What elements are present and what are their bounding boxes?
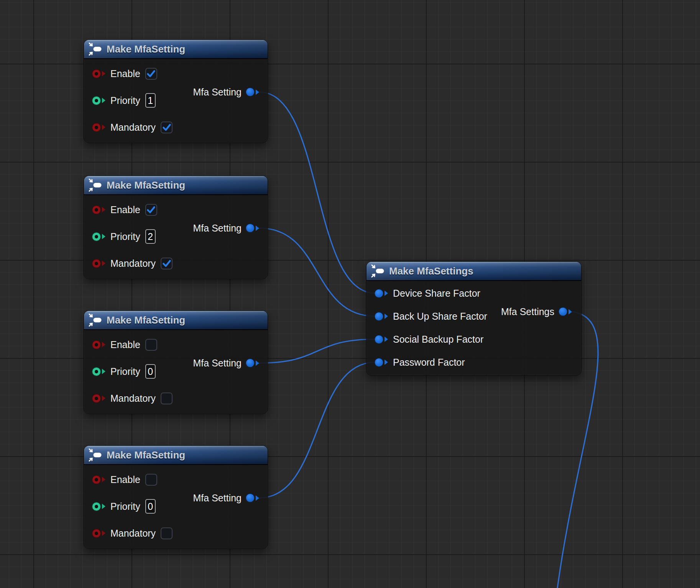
node-header[interactable]: Make MfaSetting xyxy=(84,176,268,195)
priority-pin[interactable] xyxy=(92,97,105,105)
enable-checkbox[interactable] xyxy=(145,339,157,351)
pin-row-mfa-setting-out: Mfa Setting xyxy=(193,87,259,97)
pin-row-mfa-setting-out: Mfa Setting xyxy=(193,493,259,503)
make-struct-icon xyxy=(88,313,103,327)
mfa-setting-out-pin[interactable] xyxy=(246,88,259,96)
node-title: Make MfaSetting xyxy=(107,315,185,325)
mandatory-pin[interactable] xyxy=(92,394,105,402)
priority-input[interactable]: 0 xyxy=(145,499,156,514)
pin-row-enable: Enable xyxy=(84,60,268,87)
enable-checkbox[interactable] xyxy=(145,204,157,216)
node-header[interactable]: Make MfaSetting xyxy=(84,311,268,330)
pin-row-enable: Enable xyxy=(84,466,268,493)
pin-row-social-backup-factor: Social Backup Factor xyxy=(366,328,581,351)
node-make-mfasetting-3[interactable]: Make MfaSetting Enable Priority 0 Mandat… xyxy=(84,310,268,414)
node-title: Make MfaSettings xyxy=(389,266,473,276)
blueprint-canvas[interactable]: Make MfaSetting Enable Priority 1 Mandat… xyxy=(0,0,700,588)
pin-row-password-factor: Password Factor xyxy=(366,351,581,374)
mfa-settings-out-label: Mfa Settings xyxy=(501,307,554,317)
priority-label: Priority xyxy=(110,232,140,241)
wire[interactable] xyxy=(259,228,375,316)
node-title: Make MfaSetting xyxy=(107,180,185,190)
mandatory-label: Mandatory xyxy=(110,529,156,538)
pin-row-mandatory: Mandatory xyxy=(84,520,268,547)
priority-input[interactable]: 1 xyxy=(145,93,156,108)
wire[interactable] xyxy=(259,339,375,363)
wire[interactable] xyxy=(259,362,375,498)
enable-label: Enable xyxy=(110,69,140,79)
mandatory-checkbox[interactable] xyxy=(161,393,173,404)
mfa-setting-out-label: Mfa Setting xyxy=(193,493,242,503)
mandatory-pin[interactable] xyxy=(92,123,105,131)
make-struct-icon xyxy=(371,264,385,278)
mandatory-label: Mandatory xyxy=(110,123,156,132)
priority-label: Priority xyxy=(110,367,140,376)
make-struct-icon xyxy=(88,448,103,462)
mfa-setting-out-label: Mfa Setting xyxy=(193,358,242,368)
mandatory-pin[interactable] xyxy=(92,260,105,268)
make-struct-icon xyxy=(88,178,103,192)
mandatory-pin[interactable] xyxy=(92,529,105,537)
pin-row-mandatory: Mandatory xyxy=(84,250,268,277)
pin-row-mfa-setting-out: Mfa Setting xyxy=(193,223,259,233)
pin-row-mandatory: Mandatory xyxy=(84,385,268,412)
mfa-setting-out-pin[interactable] xyxy=(246,359,259,367)
node-make-mfasetting-4[interactable]: Make MfaSetting Enable Priority 0 Mandat… xyxy=(84,445,268,549)
device-share-factor-pin[interactable] xyxy=(375,289,388,297)
priority-label: Priority xyxy=(110,502,140,511)
priority-label: Priority xyxy=(110,96,140,105)
mandatory-checkbox[interactable] xyxy=(161,527,173,539)
mfa-setting-out-pin[interactable] xyxy=(246,494,259,502)
node-header[interactable]: Make MfaSetting xyxy=(84,40,268,59)
priority-input[interactable]: 2 xyxy=(145,229,156,244)
pin-row-device-share-factor: Device Share Factor xyxy=(366,282,581,305)
social-backup-factor-pin[interactable] xyxy=(375,335,388,343)
priority-pin[interactable] xyxy=(92,503,105,511)
make-struct-icon xyxy=(88,42,103,56)
node-header[interactable]: Make MfaSetting xyxy=(84,446,268,465)
mandatory-checkbox[interactable] xyxy=(161,258,173,269)
password-factor-label: Password Factor xyxy=(393,358,465,367)
enable-label: Enable xyxy=(110,340,140,350)
mandatory-checkbox[interactable] xyxy=(161,122,173,133)
password-factor-pin[interactable] xyxy=(375,358,388,366)
mfa-setting-out-label: Mfa Setting xyxy=(193,223,242,233)
pin-row-enable: Enable xyxy=(84,331,268,358)
node-make-mfasetting-2[interactable]: Make MfaSetting Enable Priority 2 Mandat… xyxy=(84,176,268,279)
enable-checkbox[interactable] xyxy=(145,474,157,486)
pin-row-mfa-settings-out: Mfa Settings xyxy=(501,307,572,317)
priority-input[interactable]: 0 xyxy=(145,364,156,379)
enable-pin[interactable] xyxy=(92,341,105,349)
mandatory-label: Mandatory xyxy=(110,259,156,268)
node-make-mfasettings[interactable]: Make MfaSettings Device Share Factor Bac… xyxy=(366,261,582,376)
node-header[interactable]: Make MfaSettings xyxy=(366,262,581,281)
node-title: Make MfaSetting xyxy=(107,450,185,460)
priority-pin[interactable] xyxy=(92,233,105,241)
enable-pin[interactable] xyxy=(92,476,105,484)
enable-checkbox[interactable] xyxy=(145,68,157,80)
mfa-setting-out-label: Mfa Setting xyxy=(193,87,242,97)
pin-row-mfa-setting-out: Mfa Setting xyxy=(193,358,259,368)
enable-label: Enable xyxy=(110,205,140,215)
back-up-share-factor-pin[interactable] xyxy=(375,312,388,320)
enable-pin[interactable] xyxy=(92,206,105,214)
mfa-settings-out-pin[interactable] xyxy=(559,308,572,316)
social-backup-factor-label: Social Backup Factor xyxy=(393,335,483,344)
device-share-factor-label: Device Share Factor xyxy=(393,289,480,298)
enable-pin[interactable] xyxy=(92,70,105,78)
pin-row-mandatory: Mandatory xyxy=(84,114,268,141)
node-make-mfasetting-1[interactable]: Make MfaSetting Enable Priority 1 Mandat… xyxy=(84,39,268,143)
priority-pin[interactable] xyxy=(92,368,105,376)
pin-row-enable: Enable xyxy=(84,196,268,223)
back-up-share-factor-label: Back Up Share Factor xyxy=(393,312,487,321)
mandatory-label: Mandatory xyxy=(110,394,156,403)
node-title: Make MfaSetting xyxy=(107,44,185,54)
enable-label: Enable xyxy=(110,475,140,485)
wire[interactable] xyxy=(259,92,375,293)
mfa-setting-out-pin[interactable] xyxy=(246,224,259,232)
